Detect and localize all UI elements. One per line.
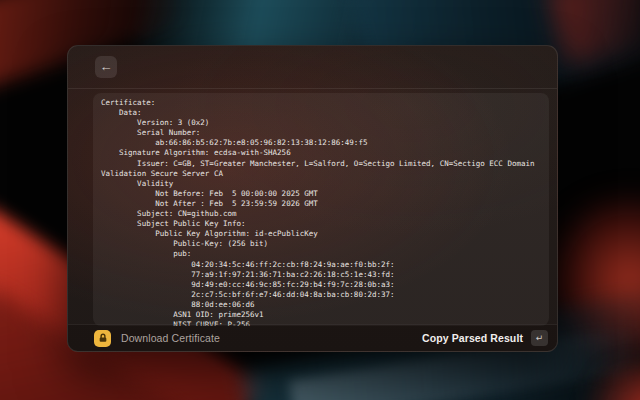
primary-action[interactable]: Copy Parsed Result ↵ <box>422 330 548 346</box>
back-arrow-icon: ← <box>100 59 113 74</box>
certificate-detail-window: ← Certificate: Data: Version: 3 (0x2) Se… <box>67 45 558 352</box>
wallpaper-red-patch <box>575 365 640 400</box>
download-certificate-label: Download Certificate <box>121 332 220 344</box>
certificate-text: Certificate: Data: Version: 3 (0x2) Seri… <box>93 93 549 326</box>
return-key-icon: ↵ <box>531 330 548 346</box>
back-button[interactable]: ← <box>95 56 117 78</box>
action-bar: Download Certificate Copy Parsed Result … <box>68 324 557 351</box>
copy-parsed-result-button[interactable]: Copy Parsed Result <box>422 332 523 344</box>
certificate-code-panel[interactable]: Certificate: Data: Version: 3 (0x2) Seri… <box>93 93 549 326</box>
lock-icon <box>94 330 111 347</box>
command-info: Download Certificate <box>94 330 422 347</box>
titlebar: ← <box>68 46 557 89</box>
